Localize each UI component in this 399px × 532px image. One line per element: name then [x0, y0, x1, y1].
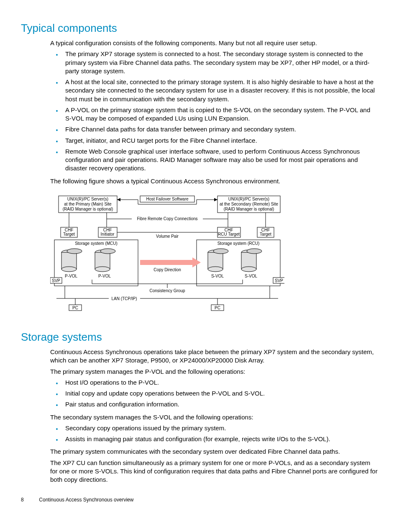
svg-point-24	[95, 267, 110, 272]
svg-point-21	[67, 249, 82, 254]
footer-title: Continuous Access Synchronous overview	[39, 497, 133, 503]
page-footer: 8 Continuous Access Synchronous overview	[21, 496, 378, 503]
svg-point-28	[208, 267, 223, 272]
list-item: Target, initiator, and RCU target ports …	[62, 136, 378, 145]
svg-label: Target	[63, 232, 75, 236]
svg-marker-3	[214, 198, 217, 201]
svg-label: S-VOL	[211, 274, 224, 278]
svg-point-20	[61, 267, 77, 272]
list-item: Remote Web Console graphical user interf…	[62, 147, 378, 173]
page-number: 8	[21, 496, 38, 503]
component-list: The primary XP7 storage system is connec…	[50, 50, 378, 172]
list-item: Pair status and configuration informatio…	[62, 400, 378, 409]
paragraph: Continuous Access Synchronous operations…	[50, 348, 378, 365]
list-item: Host I/O operations to the P-VOL.	[62, 378, 378, 387]
svg-point-32	[241, 267, 256, 272]
paragraph: The primary system communicates with the…	[50, 447, 378, 456]
svg-label: RCU Target	[218, 232, 240, 236]
svg-point-25	[100, 249, 115, 254]
svg-label: LAN (TCP/IP)	[111, 296, 137, 301]
svg-label: SVP	[52, 278, 60, 283]
svg-label: SVP	[275, 278, 283, 283]
heading-storage-systems: Storage systems	[21, 330, 378, 344]
svg-label: P-VOL	[65, 274, 77, 278]
svg-label: (RAID Manager is optional)	[224, 207, 274, 211]
svg-label: PC	[72, 306, 78, 310]
svg-label: Storage system (MCU)	[75, 241, 118, 246]
svg-label: Initiator	[101, 232, 115, 236]
svg-label: Target	[260, 232, 271, 236]
paragraph: The primary system manages the P-VOL and…	[50, 368, 378, 376]
list-item: A P-VOL on the primary storage system th…	[62, 106, 378, 123]
list-item: The primary XP7 storage system is connec…	[62, 50, 378, 75]
list-item: Assists in managing pair status and conf…	[62, 435, 378, 443]
svg-label: Consistency Group	[149, 288, 185, 293]
svg-point-33	[247, 249, 262, 254]
svg-label: Fibre Remote Copy Connections	[137, 216, 197, 221]
figure-caption: The following figure shows a typical Con…	[50, 177, 378, 185]
intro-text: A typical configuration consists of the …	[50, 39, 378, 47]
primary-ops-list: Host I/O operations to the P-VOL. Initia…	[50, 378, 378, 409]
list-item: Fibre Channel data paths for data transf…	[62, 125, 378, 134]
svg-label: (RAID Manager is optional)	[63, 207, 113, 211]
svg-label: at the Secondary (Remote) Site	[220, 202, 279, 206]
svg-point-29	[213, 249, 228, 254]
svg-label: at the Primary (Main) Site	[64, 202, 112, 206]
svg-label: UNIX(R)/PC Server(s)	[67, 197, 108, 201]
list-item: A host at the local site, connected to t…	[62, 78, 378, 103]
paragraph: The XP7 CU can function simultaneously a…	[50, 459, 378, 484]
svg-label: Copy Direction	[153, 267, 181, 272]
list-item: Initial copy and update copy operations …	[62, 389, 378, 398]
svg-label: S-VOL	[245, 274, 257, 278]
paragraph: The secondary system manages the S-VOL a…	[50, 413, 378, 421]
svg-marker-2	[117, 198, 120, 201]
svg-label: UNIX(R)/PC Server(s)	[228, 197, 269, 201]
list-item: Secondary copy operations issued by the …	[62, 424, 378, 432]
architecture-diagram: UNIX(R)/PC Server(s) at the Primary (Mai…	[50, 194, 378, 321]
svg-rect-34	[140, 260, 192, 265]
heading-typical-components: Typical components	[21, 21, 378, 36]
svg-label: P-VOL	[98, 274, 111, 278]
secondary-ops-list: Secondary copy operations issued by the …	[50, 424, 378, 444]
svg-label: Storage system (RCU)	[217, 241, 260, 246]
svg-label: Volume Pair	[156, 234, 179, 239]
svg-label: Host Failover Software	[146, 197, 189, 201]
svg-label: PC	[215, 306, 220, 310]
